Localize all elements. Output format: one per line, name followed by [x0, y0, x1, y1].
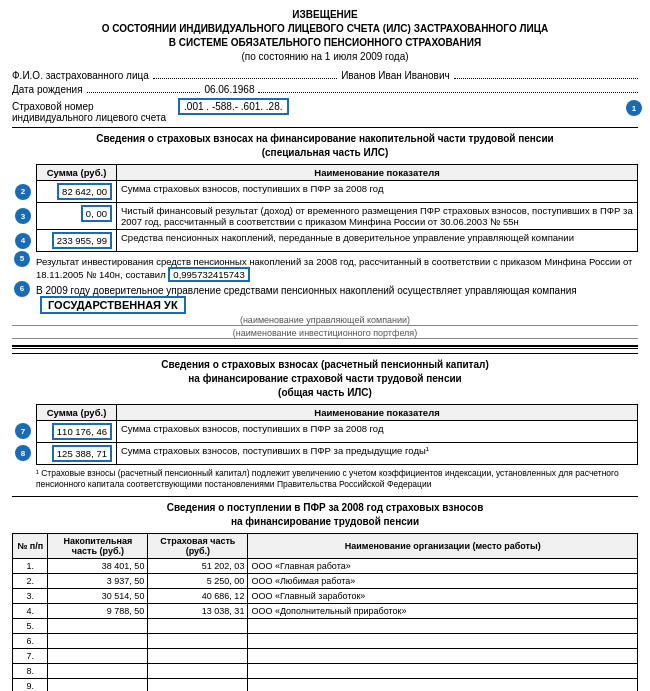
s3-ins-5 — [148, 618, 248, 633]
section3-title: Сведения о поступлении в ПФР за 2008 год… — [12, 496, 638, 529]
section2-row-2: 8 125 388, 71 Сумма страховых взносов, п… — [37, 442, 638, 464]
s3-num-1: 1. — [13, 558, 48, 573]
s1-desc-2: Чистый финансовый результат (доход) от в… — [117, 203, 638, 230]
section3-row-8: 8. — [13, 663, 638, 678]
snils-box: .001 . -588.- .601. .28. — [178, 98, 288, 115]
s3-org-2: ООО «Любимая работа» — [248, 573, 638, 588]
s3-acc-8 — [48, 663, 148, 678]
managing-company-row: 6 В 2009 году доверительное управление с… — [36, 285, 638, 314]
result-value: 0,995732415743 — [168, 267, 249, 282]
fio-label: Ф.И.О. застрахованного лица — [12, 70, 149, 81]
s3-org-4: ООО «Дополнительный приработок» — [248, 603, 638, 618]
s3-acc-9 — [48, 678, 148, 691]
company-sub: (наименование управляющей компании) — [12, 315, 638, 326]
dob-value: 06.06.1968 — [200, 84, 258, 95]
section3-row-2: 2. 3 937, 50 5 250, 00 ООО «Любимая рабо… — [13, 573, 638, 588]
s3-org-6 — [248, 633, 638, 648]
separator — [12, 345, 638, 349]
s3-ins-6 — [148, 633, 248, 648]
s3-org-9 — [248, 678, 638, 691]
section2-title: Сведения о страховых взносах (расчетный … — [12, 353, 638, 400]
managing-label: В 2009 году доверительное управление сре… — [36, 285, 577, 296]
s2-amount-1: 7 110 176, 46 — [37, 420, 117, 442]
s3-acc-7 — [48, 648, 148, 663]
s3-num-2: 2. — [13, 573, 48, 588]
s3-ins-8 — [148, 663, 248, 678]
s3-org-1: ООО «Главная работа» — [248, 558, 638, 573]
section2-title2: на финансирование страховой части трудов… — [12, 372, 638, 386]
s3-acc-6 — [48, 633, 148, 648]
result-row: 5 Результат инвестирования средств пенси… — [36, 255, 638, 282]
s2-amount-2: 8 125 388, 71 — [37, 442, 117, 464]
s3-org-7 — [248, 648, 638, 663]
s3-acc-2: 3 937, 50 — [48, 573, 148, 588]
s1-amount-1: 2 82 642, 00 — [37, 181, 117, 203]
section2-title1: Сведения о страховых взносах (расчетный … — [12, 358, 638, 372]
section3-title2: на финансирование трудовой пенсии — [12, 515, 638, 529]
section2-row-1: 7 110 176, 46 Сумма страховых взносов, п… — [37, 420, 638, 442]
section2-note: ¹ Страховые взносы (расчетный пенсионный… — [36, 468, 638, 490]
s1-desc-3: Средства пенсионных накоплений, переданн… — [117, 230, 638, 252]
section1-row-2: 3 0, 00 Чистый финансовый результат (дох… — [37, 203, 638, 230]
section1-row-3: 4 233 955, 99 Средства пенсионных накопл… — [37, 230, 638, 252]
fio-row: Ф.И.О. застрахованного лица Иванов Иван … — [12, 70, 638, 81]
s1-amount-3: 4 233 955, 99 — [37, 230, 117, 252]
section3-row-4: 4. 9 788, 50 13 038, 31 ООО «Дополнитель… — [13, 603, 638, 618]
section1-table: Сумма (руб.) Наименование показателя 2 8… — [36, 164, 638, 252]
s3-acc-1: 38 401, 50 — [48, 558, 148, 573]
snils-row: Страховой номериндивидуального лицевого … — [12, 98, 638, 123]
s3-header-3: Наименование организации (место работы) — [248, 533, 638, 558]
s1-col2-header: Наименование показателя — [117, 165, 638, 181]
s3-ins-1: 51 202, 03 — [148, 558, 248, 573]
s3-num-4: 4. — [13, 603, 48, 618]
section3-row-1: 1. 38 401, 50 51 202, 03 ООО «Главная ра… — [13, 558, 638, 573]
s3-org-5 — [248, 618, 638, 633]
section1-title1: Сведения о страховых взносах на финансир… — [12, 132, 638, 146]
section3-row-6: 6. — [13, 633, 638, 648]
s2-desc-1: Сумма страховых взносов, поступивших в П… — [117, 420, 638, 442]
section2-title3: (общая часть ИЛС) — [12, 386, 638, 400]
s3-ins-2: 5 250, 00 — [148, 573, 248, 588]
document-container: ИЗВЕЩЕНИЕ О СОСТОЯНИИ ИНДИВИДУАЛЬНОГО ЛИ… — [12, 8, 638, 691]
s2-desc-2: Сумма страховых взносов, поступивших в П… — [117, 442, 638, 464]
badge-6: 6 — [14, 281, 30, 297]
header-line1: ИЗВЕЩЕНИЕ — [12, 8, 638, 22]
s2-col1-header: Сумма (руб.) — [37, 404, 117, 420]
s3-acc-4: 9 788, 50 — [48, 603, 148, 618]
s1-desc-1: Сумма страховых взносов, поступивших в П… — [117, 181, 638, 203]
header-line4: (по состоянию на 1 июля 2009 года) — [12, 50, 638, 64]
header-line3: В СИСТЕМЕ ОБЯЗАТЕЛЬНОГО ПЕНСИОННОГО СТРА… — [12, 36, 638, 50]
s3-acc-5 — [48, 618, 148, 633]
section3-row-7: 7. — [13, 648, 638, 663]
company-name: ГОСУДАРСТВЕННАЯ УК — [40, 296, 186, 314]
section3-row-5: 5. — [13, 618, 638, 633]
s3-org-3: ООО «Главный заработок» — [248, 588, 638, 603]
portfolio-sub: (наименование инвестиционного портфеля) — [12, 328, 638, 339]
s3-acc-3: 30 514, 50 — [48, 588, 148, 603]
s3-ins-7 — [148, 648, 248, 663]
s3-num-5: 5. — [13, 618, 48, 633]
s2-col2-header: Наименование показателя — [117, 404, 638, 420]
header-line2: О СОСТОЯНИИ ИНДИВИДУАЛЬНОГО ЛИЦЕВОГО СЧЕ… — [12, 22, 638, 36]
badge-2: 2 — [15, 184, 31, 200]
badge-1: 1 — [626, 100, 642, 116]
badge-4: 4 — [15, 233, 31, 249]
document-header: ИЗВЕЩЕНИЕ О СОСТОЯНИИ ИНДИВИДУАЛЬНОГО ЛИ… — [12, 8, 638, 64]
s3-num-9: 9. — [13, 678, 48, 691]
snils-label: Страховой номериндивидуального лицевого … — [12, 101, 166, 123]
section1-title2: (специальная часть ИЛС) — [12, 146, 638, 160]
s3-num-6: 6. — [13, 633, 48, 648]
result-label: Результат инвестирования средств пенсион… — [36, 256, 632, 280]
section1-title: Сведения о страховых взносах на финансир… — [12, 127, 638, 160]
s3-ins-4: 13 038, 31 — [148, 603, 248, 618]
badge-3: 3 — [15, 208, 31, 224]
section2-table: Сумма (руб.) Наименование показателя 7 1… — [36, 404, 638, 465]
section3-row-9: 9. — [13, 678, 638, 691]
dob-label: Дата рождения — [12, 84, 83, 95]
fio-value: Иванов Иван Иванович — [337, 70, 454, 81]
badge-7: 7 — [15, 423, 31, 439]
snils-value: .001 . -588.- .601. .28. — [184, 101, 282, 112]
s1-amount-2: 3 0, 00 — [37, 203, 117, 230]
s3-org-8 — [248, 663, 638, 678]
s3-header-2: Страховая часть (руб.) — [148, 533, 248, 558]
